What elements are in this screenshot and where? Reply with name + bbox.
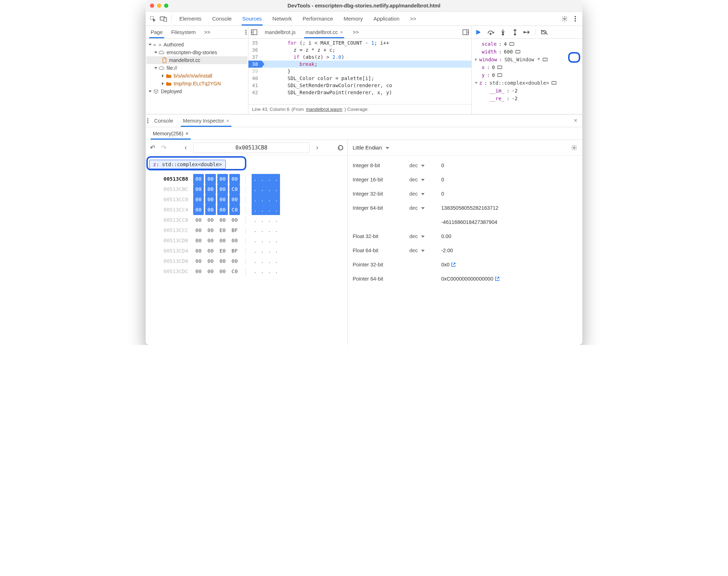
svg-rect-11 [463, 29, 469, 34]
value-pane: Little Endian Integer 8-bitdec0Integer 1… [348, 140, 582, 345]
step-out-icon[interactable] [511, 29, 519, 36]
undo-icon[interactable]: ↶ [149, 144, 156, 152]
scope-y[interactable]: y: 0 [475, 71, 582, 79]
step-over-icon[interactable] [487, 29, 494, 36]
tree-install-label: b/s/w/ir/x/w/install [174, 73, 212, 79]
main-toolbar: Elements Console Sources Network Perform… [146, 12, 582, 26]
svg-point-24 [147, 120, 149, 122]
value-format-select[interactable]: dec [409, 233, 441, 239]
tree-deployed[interactable]: Deployed [146, 87, 247, 95]
tab-more[interactable]: >> [405, 12, 421, 26]
value-settings-icon[interactable] [571, 145, 577, 151]
tab-memory[interactable]: Memory [339, 12, 368, 26]
endianness-select[interactable]: Little Endian [353, 145, 389, 151]
file-tab-close-icon[interactable]: × [340, 29, 343, 35]
settings-icon[interactable] [560, 14, 570, 24]
line-gutter: 3536373839404142 [248, 39, 262, 104]
value-format-select[interactable]: dec [409, 177, 441, 182]
step-icon[interactable] [523, 29, 531, 36]
memory-icon[interactable] [497, 73, 503, 78]
file-tree: < >Authored emscripten-dbg-stories mande… [146, 39, 248, 97]
svg-point-14 [502, 34, 504, 35]
svg-rect-19 [543, 58, 547, 61]
tree-file-mandelbrot[interactable]: mandelbrot.cc [146, 56, 247, 64]
scope-x[interactable]: x: 0 [475, 63, 582, 71]
minimize-window-icon[interactable] [157, 4, 161, 8]
scope-z[interactable]: z: std::complex<double> [475, 79, 582, 87]
value-format-select[interactable]: dec [409, 191, 441, 197]
memory-icon[interactable] [515, 49, 521, 54]
resume-icon[interactable] [475, 29, 482, 36]
tab-elements[interactable]: Elements [174, 12, 207, 26]
scope-window[interactable]: window: SDL_Window * [475, 56, 582, 63]
redo-icon: ↷ [160, 144, 168, 152]
deactivate-breakpoints-icon[interactable] [541, 29, 548, 36]
drawer-tab-console[interactable]: Console [150, 114, 177, 127]
prev-page-icon[interactable]: ‹ [182, 144, 190, 151]
drawer-close-icon[interactable]: × [570, 117, 581, 124]
drawer-menu-icon[interactable] [147, 118, 149, 123]
editor-status-bar: Line 43, Column 6 (From mandelbrot.wasm)… [248, 104, 471, 114]
inspect-element-icon[interactable] [148, 14, 158, 24]
svg-rect-10 [251, 29, 257, 34]
address-input[interactable] [193, 142, 310, 153]
file-tab-js[interactable]: mandelbrot.js [261, 26, 300, 38]
step-into-icon[interactable] [499, 29, 506, 36]
kebab-menu-icon[interactable] [570, 14, 580, 24]
drawer-tab-close-icon[interactable]: × [226, 118, 229, 124]
svg-rect-2 [164, 17, 167, 21]
tree-tmp[interactable]: tmp/tmp.ELcTq2YGN [146, 80, 247, 87]
memory-icon[interactable] [509, 41, 515, 46]
next-page-icon[interactable]: › [313, 144, 321, 151]
tree-authored[interactable]: < >Authored [146, 41, 247, 49]
value-format-select[interactable]: dec [409, 248, 441, 253]
navigator-menu-icon[interactable] [245, 30, 247, 35]
value-format-select[interactable]: dec [409, 205, 441, 211]
toggle-navigator-icon[interactable] [249, 26, 259, 38]
memory-icon[interactable] [551, 80, 557, 85]
tab-application[interactable]: Application [369, 12, 404, 26]
drawer-tab-memory-inspector[interactable]: Memory Inspector× [179, 114, 234, 127]
source-link[interactable]: mandelbrot.wasm [306, 107, 342, 112]
tab-network[interactable]: Network [268, 12, 297, 26]
svg-point-15 [514, 34, 516, 35]
refresh-icon[interactable] [337, 145, 345, 151]
scope-z-re[interactable]: __re_: -2 [475, 95, 582, 102]
toggle-debugger-icon[interactable] [461, 26, 471, 38]
window-controls[interactable] [150, 4, 168, 8]
object-chip[interactable]: z: std::complex<double> [149, 160, 226, 169]
tab-console[interactable]: Console [207, 12, 237, 26]
value-list: Integer 8-bitdec0Integer 16-bitdec0Integ… [348, 156, 582, 289]
hex-grid[interactable]: 00513CB800000000....00513CBC000000C0....… [146, 173, 347, 280]
subtab-more[interactable]: >> [201, 26, 214, 38]
svg-point-3 [564, 18, 566, 19]
tab-performance[interactable]: Performance [298, 12, 338, 26]
file-tab-cc[interactable]: mandelbrot.cc× [301, 26, 347, 38]
code-content[interactable]: for (; i < MAX_ITER_COUNT - 1; i++ z = z… [262, 39, 471, 104]
tab-sources[interactable]: Sources [237, 12, 267, 26]
memory-tab-close-icon[interactable]: × [185, 131, 188, 136]
tree-deployed-label: Deployed [161, 89, 182, 94]
scope-width[interactable]: width: 600 [475, 48, 582, 56]
debugger-pane: scale: 4 width: 600 window: SDL_Window *… [472, 26, 582, 114]
maximize-window-icon[interactable] [164, 4, 168, 8]
tree-filescheme-label: file:// [167, 65, 177, 71]
navigator-pane: Page Filesystem >> < >Authored emscripte… [146, 26, 248, 114]
tree-domain[interactable]: emscripten-dbg-stories [146, 49, 247, 56]
file-tab-more[interactable]: >> [348, 26, 363, 38]
value-format-select[interactable]: dec [409, 163, 441, 168]
memory-icon[interactable] [497, 65, 503, 70]
memory-tab[interactable]: Memory(256)× [149, 127, 193, 140]
subtab-filesystem[interactable]: Filesystem [168, 26, 199, 38]
scope-z-im[interactable]: __im_: -2 [475, 87, 582, 95]
tree-install[interactable]: b/s/w/ir/x/w/install [146, 72, 247, 80]
scope-scale[interactable]: scale: 4 [475, 40, 582, 48]
memory-icon[interactable] [542, 57, 548, 62]
close-window-icon[interactable] [150, 4, 154, 8]
file-tab-cc-label: mandelbrot.cc [306, 29, 338, 35]
subtab-page[interactable]: Page [147, 26, 166, 38]
device-toolbar-icon[interactable] [158, 14, 168, 24]
svg-rect-17 [510, 43, 514, 45]
tree-file-label: mandelbrot.cc [169, 57, 200, 63]
tree-file-scheme[interactable]: file:// [146, 64, 247, 72]
